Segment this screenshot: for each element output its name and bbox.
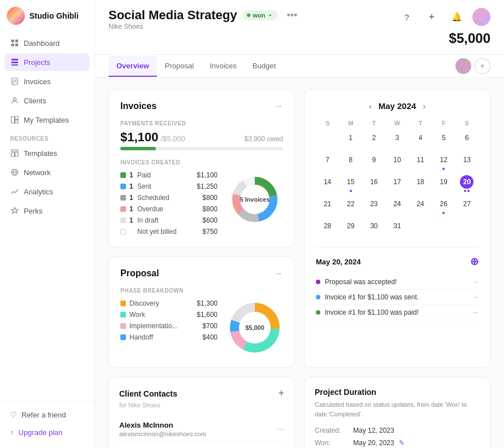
phase-name: Discovery [129,299,193,307]
invoice-dot [120,218,126,223]
svg-rect-15 [11,150,18,151]
edit-date-button[interactable]: ✎ [399,439,405,447]
calendar-day[interactable]: 4 [409,129,432,151]
calendar-day-header: S [455,118,479,129]
calendar-day[interactable]: 3 [385,129,409,151]
phase-dot [120,334,126,340]
calendar-prev-button[interactable]: ‹ [369,102,372,111]
invoice-amount: $1,100 [197,171,218,179]
collaborators-row: + [455,55,490,77]
svg-rect-2 [11,44,14,46]
calendar-day[interactable]: 15 [339,173,362,195]
calendar-day[interactable]: 18 [409,173,432,195]
calendar-day[interactable]: 24 [409,195,432,217]
calendar-day[interactable]: 20 [455,173,479,195]
tab-proposal[interactable]: Proposal [157,56,202,77]
invoices-card-arrow[interactable]: → [274,101,283,111]
calendar-day[interactable]: 24 [385,195,409,217]
calendar-day[interactable]: 26 [432,195,455,217]
won-badge[interactable]: won [242,10,277,20]
notifications-button[interactable]: 🔔 [447,8,466,26]
calendar-day [409,217,432,239]
calendar-day[interactable]: 29 [339,217,362,239]
phase-dot [120,301,126,306]
calendar-month: May 2024 [379,101,416,111]
calendar-day[interactable]: 9 [362,151,385,173]
add-contact-button[interactable]: + [278,388,284,399]
svg-rect-0 [11,40,14,42]
calendar-card: ‹ May 2024 › SMTWTFS 1234567891011121314… [304,89,490,368]
calendar-day[interactable]: 11 [409,151,432,173]
calendar-day[interactable]: 10 [385,151,409,173]
calendar-day[interactable]: 6 [455,129,479,151]
sidebar-item-clients[interactable]: Clients [5,92,90,110]
sidebar-item-dashboard[interactable]: Dashboard [5,34,90,52]
proposal-card-arrow[interactable]: → [274,268,283,279]
svg-rect-16 [11,153,15,156]
sidebar-item-projects[interactable]: Projects [5,53,90,71]
svg-rect-6 [11,64,18,66]
calendar-day[interactable]: 27 [455,195,479,217]
calendar-day[interactable]: 5 [432,129,455,151]
calendar-next-button[interactable]: › [423,102,425,111]
calendar-day[interactable]: 30 [362,217,385,239]
calendar-day[interactable]: 22 [339,195,362,217]
invoice-count: 1 [129,216,134,224]
paid-amount: $1,100 [120,130,158,145]
calendar-day[interactable]: 28 [316,217,339,239]
sidebar-item-upgrade[interactable]: ↑ Upgrade plan [5,424,90,441]
tab-budget[interactable]: Budget [245,56,284,77]
sidebar-item-projects-label: Projects [24,58,50,67]
tab-invoices[interactable]: Invoices [202,56,245,77]
event-row[interactable]: Invoice #1 for $1,100 was sent. → [316,290,479,305]
invoice-dot [120,184,126,189]
sidebar-item-perks[interactable]: Perks [5,202,90,220]
add-collaborator-button[interactable]: + [475,58,490,74]
svg-rect-4 [11,59,18,60]
calendar-day[interactable]: 12 [432,151,455,173]
chevron-down-icon [267,12,273,18]
sidebar-item-templates[interactable]: Templates [5,144,90,162]
calendar-day[interactable]: 17 [385,173,409,195]
svg-rect-3 [15,44,18,46]
sidebar-item-network[interactable]: Network [5,163,90,181]
client-contacts-header: Client Contacts + [119,388,284,399]
calendar-day[interactable]: 2 [362,129,385,151]
calendar-day[interactable]: 21 [316,195,339,217]
sidebar-item-my-templates[interactable]: My Templates [5,111,90,129]
sidebar: Studio Ghibli Dashboard Projects Invoice… [0,0,95,448]
add-button[interactable]: + [423,8,441,26]
sidebar-item-refer[interactable]: ♡ Refer a friend [5,406,90,424]
calendar-day[interactable]: 13 [455,151,479,173]
contact-name: Alexis McInnon [119,421,206,429]
sidebar-resources-nav: Templates Network Analytics Perks [0,144,94,220]
calendar-day[interactable]: 1 [339,129,362,151]
event-row[interactable]: Proposal was accepted! → [316,275,479,290]
svg-point-11 [14,98,16,101]
calendar-day[interactable]: 14 [316,173,339,195]
calendar-day[interactable]: 16 [362,173,385,195]
sidebar-item-invoices[interactable]: Invoices [5,72,90,90]
events-date-label: May 20, 2024 [316,258,361,266]
more-options-button[interactable]: ••• [283,8,301,23]
invoices-card-header: Invoices → [120,101,283,111]
invoice-list: 1 Paid $1,100 1 Sent $1,250 1 Scheduled … [120,171,218,236]
calendar-day[interactable]: 7 [316,151,339,173]
calendar-day-header: S [316,118,339,129]
add-event-button[interactable]: ⊕ [470,255,479,268]
contact-row: Jame Long last name truncates james@nike… [119,442,284,448]
calendar-day[interactable]: 31 [385,217,409,239]
event-row[interactable]: Invoice #1 for $1,100 was paid! → [316,305,479,320]
calendar-day[interactable]: 23 [362,195,385,217]
logo-avatar [7,7,25,25]
calendar-day[interactable]: 8 [339,151,362,173]
invoice-row: Not yet billed $750 [120,228,218,236]
contact-more-button[interactable]: ··· [277,424,284,434]
tab-overview[interactable]: Overview [108,56,157,77]
help-button[interactable]: ? [398,8,416,26]
phase-name: Implementatio... [129,322,199,330]
sidebar-upgrade-label: Upgrade plan [19,428,63,437]
user-avatar[interactable] [472,8,490,26]
sidebar-item-analytics[interactable]: Analytics [5,182,90,201]
calendar-day[interactable]: 19 [432,173,455,195]
